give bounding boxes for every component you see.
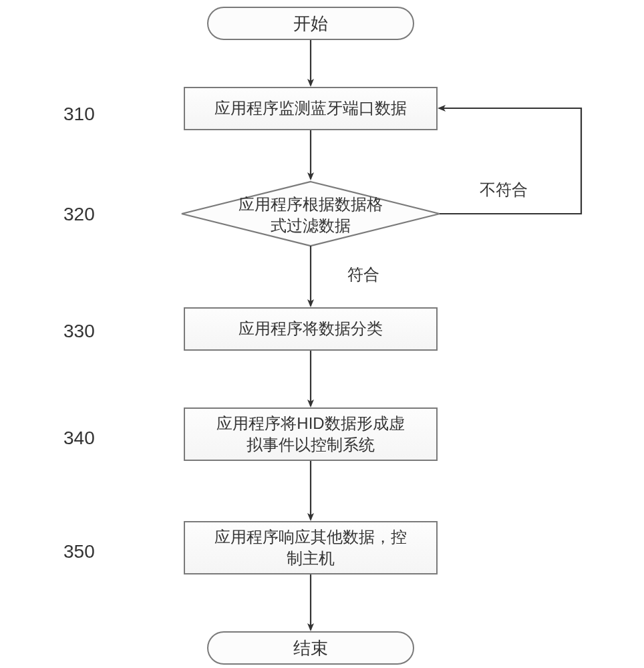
process-340-line1: 应用程序将HID数据形成虚 [216,414,404,432]
process-310-label: 应用程序监测蓝牙端口数据 [214,98,407,119]
process-310: 应用程序监测蓝牙端口数据 [184,87,438,130]
start-label: 开始 [293,12,328,35]
decision-320-text: 应用程序根据数据格 式过滤数据 [210,194,411,237]
step-label-340: 340 [63,428,95,449]
decision-320-line1: 应用程序根据数据格 [238,195,383,213]
start-terminator: 开始 [207,7,414,40]
step-label-320: 320 [63,204,95,225]
end-terminator: 结束 [207,631,414,665]
decision-320-line2: 式过滤数据 [271,216,351,234]
flowchart-canvas: 310 320 330 340 350 开始 应用程序监测蓝牙端口数据 应用程序… [0,0,644,668]
step-label-350: 350 [63,541,95,562]
process-340-line2: 拟事件以控制系统 [247,436,375,454]
process-340: 应用程序将HID数据形成虚 拟事件以控制系统 [184,407,438,461]
process-350-line2: 制主机 [287,549,335,567]
edge-label-pass: 符合 [347,264,379,285]
process-330-label: 应用程序将数据分类 [238,318,383,339]
step-label-310: 310 [63,104,95,125]
edge-label-fail: 不符合 [480,179,528,200]
process-350: 应用程序响应其他数据，控 制主机 [184,521,438,574]
step-label-330: 330 [63,321,95,342]
end-label: 结束 [293,637,328,660]
process-350-line1: 应用程序响应其他数据，控 [214,528,407,546]
process-330: 应用程序将数据分类 [184,307,438,351]
